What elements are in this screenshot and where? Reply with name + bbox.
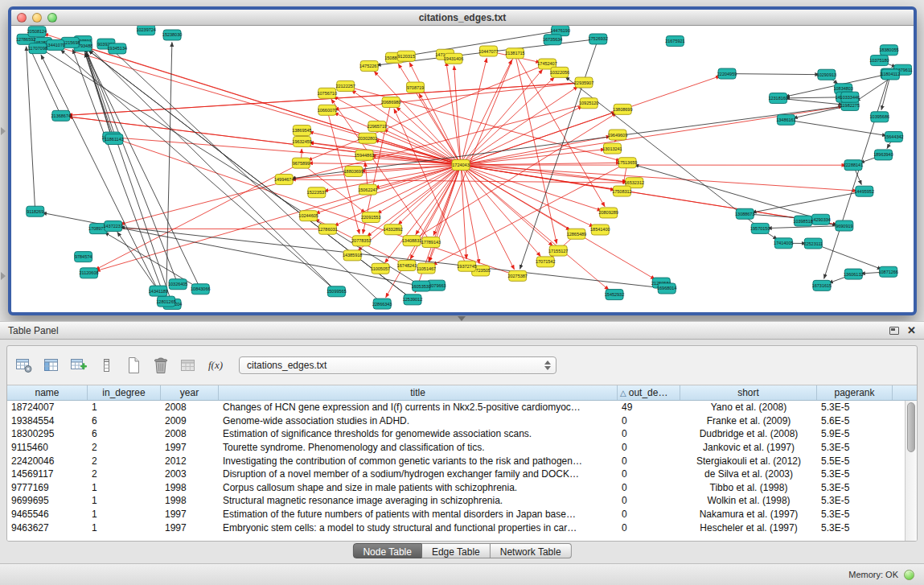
graph-node[interactable]: 9118269: [27, 206, 44, 216]
graph-node[interactable]: 12801265: [156, 296, 175, 307]
table-select-dropdown[interactable]: citations_edges.txt: [239, 356, 556, 374]
show-column-icon[interactable]: [96, 356, 117, 375]
graph-node[interactable]: 10398518: [793, 216, 812, 226]
graph-node[interactable]: 21675921: [665, 36, 684, 47]
zoom-button[interactable]: [47, 13, 57, 23]
graph-node[interactable]: 18963940: [873, 150, 893, 160]
table-row[interactable]: 911546021997Tourette syndrome. Phenomeno…: [7, 441, 905, 455]
column-header-in_degree[interactable]: in_degree: [88, 385, 161, 400]
graph-node[interactable]: 15238030: [162, 30, 182, 40]
graph-node[interactable]: 14752267: [359, 61, 379, 72]
graph-node[interactable]: 20302802: [358, 133, 377, 143]
select-columns-icon[interactable]: [41, 356, 62, 375]
minimize-button[interactable]: [32, 13, 42, 23]
graph-node[interactable]: 16731615: [812, 280, 832, 290]
graph-node[interactable]: 14332892: [383, 225, 402, 235]
graph-node[interactable]: 10395686: [870, 112, 889, 122]
graph-node[interactable]: 9784574: [75, 252, 92, 262]
delete-column-icon[interactable]: [178, 356, 199, 375]
network-view[interactable]: 1724043175136591653231217508312208092891…: [11, 26, 914, 311]
table-row[interactable]: 946554611997Estimation of the future num…: [7, 508, 905, 521]
column-header-pagerank[interactable]: pagerank: [817, 385, 893, 400]
close-button[interactable]: [17, 13, 27, 23]
graph-node[interactable]: 9675899: [292, 158, 310, 168]
network-graph[interactable]: 1724043175136591653231217508312208092891…: [11, 26, 914, 311]
tab-edge-table[interactable]: Edge Table: [422, 543, 491, 558]
graph-node[interactable]: 11804112: [881, 69, 901, 80]
graph-node[interactable]: 13808699: [613, 104, 632, 114]
graph-node[interactable]: 22122257: [335, 80, 355, 91]
graph-node[interactable]: 21368674: [51, 110, 71, 121]
table-row[interactable]: 1872400712008Changes of HCN gene express…: [7, 401, 905, 414]
column-header-title[interactable]: title: [219, 385, 618, 400]
graph-node[interactable]: 10447077: [478, 46, 498, 56]
graph-node[interactable]: 19372745: [457, 261, 476, 271]
graph-node[interactable]: 20275387: [507, 270, 527, 281]
graph-node[interactable]: 10843066: [191, 284, 210, 295]
graph-node[interactable]: 13088673: [735, 208, 754, 219]
graph-node[interactable]: 11051467: [417, 263, 436, 274]
graph-node[interactable]: 14385918: [343, 250, 362, 261]
column-header-year[interactable]: year: [161, 385, 219, 400]
graph-node[interactable]: 19649609: [608, 130, 627, 140]
graph-node[interactable]: 20508124: [27, 27, 47, 37]
scrollbar-thumb[interactable]: [907, 402, 915, 452]
graph-node[interactable]: 19632459: [292, 136, 311, 146]
graph-node[interactable]: 13606132: [844, 269, 863, 279]
graph-node[interactable]: 12539012: [403, 295, 422, 305]
graph-node[interactable]: 13486161: [776, 114, 795, 125]
graph-node[interactable]: 22091553: [361, 212, 380, 222]
graph-node[interactable]: 16748243: [397, 260, 417, 270]
graph-node[interactable]: 21120608: [79, 268, 98, 278]
graph-node[interactable]: 10925120: [579, 98, 598, 109]
close-panel-icon[interactable]: ✕: [907, 325, 916, 336]
graph-node[interactable]: 22935907: [574, 77, 593, 88]
graph-node[interactable]: 22965719: [368, 121, 387, 131]
column-header-out_degree[interactable]: △out_de…: [618, 385, 680, 400]
new-table-icon[interactable]: [123, 356, 144, 375]
graph-node[interactable]: 17526932: [589, 34, 608, 44]
delete-table-icon[interactable]: [150, 356, 171, 375]
graph-node[interactable]: 17508312: [612, 186, 631, 196]
graph-node[interactable]: 16968014: [657, 283, 676, 294]
graph-node[interactable]: 20809289: [598, 208, 618, 218]
graph-node[interactable]: 9708719: [406, 82, 424, 93]
graph-node[interactable]: 18541400: [590, 225, 610, 235]
graph-node[interactable]: 14290334: [811, 214, 830, 225]
import-table-icon[interactable]: [68, 356, 89, 375]
column-header-name[interactable]: name: [7, 385, 88, 400]
graph-node[interactable]: 17155127: [548, 245, 568, 256]
collapse-arrow-icon[interactable]: [1, 272, 6, 280]
tab-node-table[interactable]: Node Table: [352, 543, 422, 558]
graph-node[interactable]: 22204959: [717, 68, 737, 79]
graph-node[interactable]: 10290913: [817, 69, 836, 80]
graph-node[interactable]: 22288141: [844, 160, 863, 171]
graph-node[interactable]: 10239724: [136, 26, 155, 35]
table-row[interactable]: 1830029562008Estimation of significance …: [7, 427, 905, 441]
graph-node[interactable]: 18803699: [344, 167, 363, 177]
graph-node[interactable]: 10326405: [168, 279, 187, 290]
graph-node[interactable]: 11707098: [28, 43, 47, 54]
graph-node[interactable]: 14341189: [149, 286, 168, 296]
graph-node[interactable]: 17414005: [774, 238, 793, 249]
function-builder-icon[interactable]: f(x): [205, 356, 226, 375]
float-panel-icon[interactable]: [889, 327, 899, 335]
graph-node[interactable]: 14372233: [104, 220, 123, 231]
graph-node[interactable]: 17789143: [421, 237, 441, 248]
graph-node[interactable]: 22866343: [372, 299, 392, 309]
graph-node[interactable]: 15644342: [884, 131, 903, 142]
graph-hub-node[interactable]: 1724043: [452, 160, 470, 171]
graph-node[interactable]: 10244605: [298, 211, 318, 221]
graph-node[interactable]: 15452932: [605, 290, 624, 300]
table-row[interactable]: 946362711997Embryonic stem cells: a mode…: [7, 521, 905, 534]
graph-node[interactable]: 16735634: [543, 35, 562, 45]
graph-node[interactable]: 13408831: [402, 236, 421, 246]
graph-node[interactable]: 11861143: [105, 134, 124, 145]
graph-node[interactable]: 20778353: [351, 236, 371, 246]
graph-node[interactable]: 10660070: [318, 105, 337, 115]
graph-node[interactable]: 15099565: [326, 286, 346, 297]
vertical-scrollbar[interactable]: [905, 401, 917, 541]
graph-node[interactable]: 22523111: [803, 238, 823, 249]
graph-node[interactable]: 10333446: [840, 92, 860, 102]
graph-node[interactable]: 12865489: [567, 229, 586, 239]
